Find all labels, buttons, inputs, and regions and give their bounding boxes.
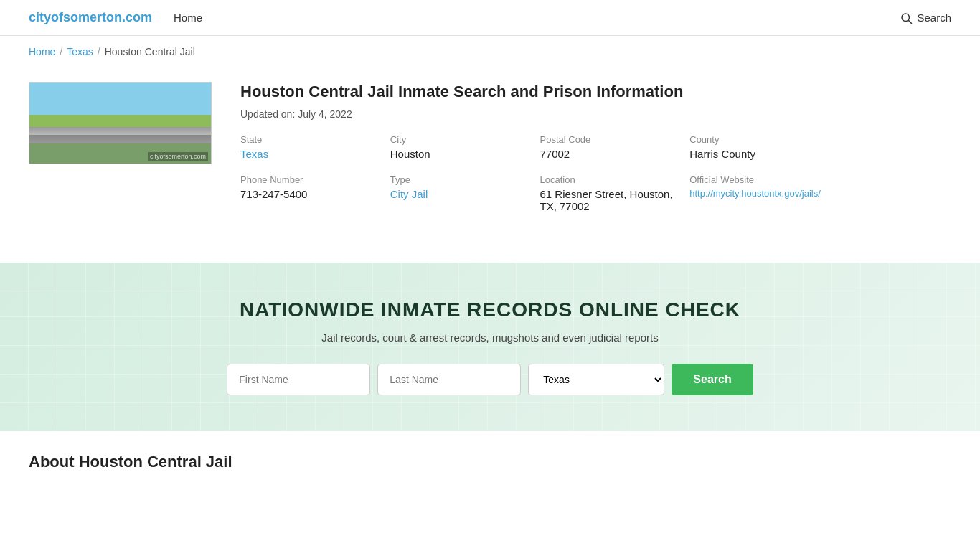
postal-value: 77002 (540, 148, 683, 160)
breadcrumb-sep-1: / (60, 46, 62, 57)
search-icon (900, 11, 913, 24)
field-state: State Texas (240, 134, 383, 160)
header: cityofsomerton.com Home Search (0, 0, 980, 36)
website-label: Official Website (689, 174, 832, 185)
breadcrumb-state[interactable]: Texas (67, 46, 93, 57)
field-county: County Harris County (689, 134, 832, 160)
breadcrumb: Home / Texas / Houston Central Jail (0, 36, 980, 67)
state-value[interactable]: Texas (240, 148, 383, 160)
nationwide-section: NATIONWIDE INMATE RECORDS ONLINE CHECK J… (0, 263, 980, 431)
image-watermark: cityofsomerton.com (148, 152, 208, 161)
facility-image: cityofsomerton.com (29, 82, 212, 164)
breadcrumb-current: Houston Central Jail (105, 46, 195, 57)
header-left: cityofsomerton.com Home (29, 10, 202, 25)
field-postal: Postal Code 77002 (540, 134, 683, 160)
site-logo[interactable]: cityofsomerton.com (29, 10, 152, 25)
facility-title: Houston Central Jail Inmate Search and P… (240, 82, 832, 103)
last-name-input[interactable] (377, 364, 521, 395)
location-value: 61 Riesner Street, Houston, TX, 77002 (540, 188, 683, 212)
county-value: Harris County (689, 148, 832, 160)
facility-section: cityofsomerton.com Houston Central Jail … (29, 82, 832, 212)
city-value: Houston (390, 148, 533, 160)
field-type: Type City Jail (390, 174, 533, 212)
type-value[interactable]: City Jail (390, 188, 533, 200)
city-label: City (390, 134, 533, 145)
county-label: County (689, 134, 832, 145)
search-button[interactable]: Search (672, 364, 753, 395)
postal-label: Postal Code (540, 134, 683, 145)
inmate-search-form: AlabamaAlaskaArizonaArkansasCaliforniaCo… (29, 364, 951, 395)
header-search[interactable]: Search (900, 11, 951, 24)
about-title: About Houston Central Jail (29, 453, 832, 471)
main-content: cityofsomerton.com Houston Central Jail … (0, 67, 861, 241)
facility-info: Houston Central Jail Inmate Search and P… (240, 82, 832, 212)
breadcrumb-home[interactable]: Home (29, 46, 55, 57)
state-label: State (240, 134, 383, 145)
breadcrumb-sep-2: / (98, 46, 100, 57)
about-section: About Houston Central Jail (0, 431, 861, 493)
website-value[interactable]: http://mycity.houstontx.gov/jails/ (689, 188, 832, 199)
nationwide-title: NATIONWIDE INMATE RECORDS ONLINE CHECK (29, 298, 951, 321)
field-phone: Phone Number 713-247-5400 (240, 174, 383, 212)
phone-value: 713-247-5400 (240, 188, 383, 200)
header-search-label: Search (917, 11, 951, 24)
svg-line-1 (909, 20, 912, 23)
state-select[interactable]: AlabamaAlaskaArizonaArkansasCaliforniaCo… (528, 364, 664, 395)
type-label: Type (390, 174, 533, 185)
nav-home-link[interactable]: Home (174, 11, 202, 24)
updated-date: Updated on: July 4, 2022 (240, 108, 832, 120)
phone-label: Phone Number (240, 174, 383, 185)
info-grid: State Texas City Houston Postal Code 770… (240, 134, 832, 212)
field-city: City Houston (390, 134, 533, 160)
nationwide-subtitle: Jail records, court & arrest records, mu… (29, 331, 951, 344)
first-name-input[interactable] (227, 364, 370, 395)
field-website: Official Website http://mycity.houstontx… (689, 174, 832, 212)
field-location: Location 61 Riesner Street, Houston, TX,… (540, 174, 683, 212)
location-label: Location (540, 174, 683, 185)
